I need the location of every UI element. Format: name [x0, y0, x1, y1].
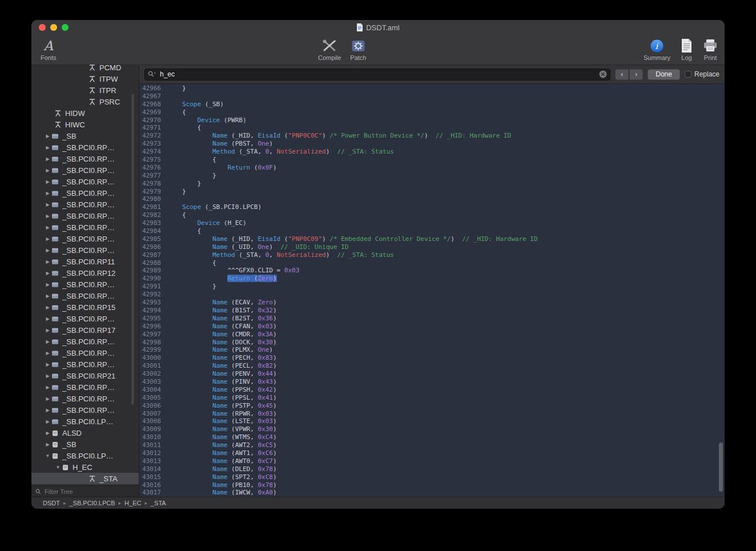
- print-button[interactable]: Print: [703, 38, 718, 61]
- disclosure-triangle-icon[interactable]: ▶: [44, 373, 51, 379]
- disclosure-triangle-icon[interactable]: ▶: [44, 225, 51, 230]
- disclosure-triangle-icon[interactable]: ▶: [44, 385, 51, 390]
- code-line[interactable]: 42987 Method (_STA, 0, NotSerialized) //…: [139, 251, 725, 259]
- code-line[interactable]: 43009 Name (VPWR, 0x30): [139, 425, 725, 433]
- code-line[interactable]: 42996 Name (CFAN, 0x03): [139, 323, 725, 331]
- disclosure-triangle-icon[interactable]: ▼: [44, 453, 51, 459]
- tree-item-_sb-pci0-rp[interactable]: ▶_SB.PCI0.RP…: [31, 313, 139, 324]
- disclosure-triangle-icon[interactable]: ▶: [44, 396, 51, 401]
- code-line[interactable]: 42988 {: [139, 259, 725, 267]
- code-line[interactable]: 42966}: [139, 85, 725, 92]
- tree-item-_sb-pci0-rp[interactable]: ▶_SB.PCI0.RP…: [31, 164, 139, 176]
- disclosure-triangle-icon[interactable]: ▶: [44, 191, 51, 196]
- disclosure-triangle-icon[interactable]: ▶: [44, 248, 51, 253]
- breadcrumb-item[interactable]: H_EC: [124, 500, 141, 506]
- compile-button[interactable]: Compile: [318, 38, 341, 61]
- tree-item-_sb-pci0-rp[interactable]: ▶_SB.PCI0.RP…: [31, 187, 139, 199]
- code-line[interactable]: 42974 Method (_STA, 0, NotSerialized) //…: [139, 148, 725, 156]
- find-field[interactable]: [144, 69, 610, 81]
- code-line[interactable]: 42968Scope (_SB): [139, 100, 725, 108]
- tree-item-psrc[interactable]: PSRC: [31, 96, 139, 107]
- disclosure-triangle-icon[interactable]: ▶: [44, 328, 51, 333]
- tree-item-_sta[interactable]: _STA: [31, 473, 139, 484]
- code-line[interactable]: 42986 Name (_UID, One) // _UID: Unique I…: [139, 243, 725, 251]
- tree-item-_sb-pci0-rp[interactable]: ▶_SB.PCI0.RP…: [31, 199, 139, 210]
- code-line[interactable]: 42979}: [139, 188, 725, 196]
- code-line[interactable]: 42973 Name (PBST, One): [139, 140, 725, 148]
- find-input[interactable]: [159, 70, 597, 79]
- code-line[interactable]: 42998 Name (DOCK, 0x30): [139, 339, 725, 347]
- disclosure-triangle-icon[interactable]: ▶: [44, 431, 51, 436]
- disclosure-triangle-icon[interactable]: ▶: [44, 202, 51, 207]
- disclosure-triangle-icon[interactable]: ▶: [44, 442, 51, 447]
- close-button[interactable]: [39, 24, 46, 31]
- disclosure-triangle-icon[interactable]: ▶: [44, 419, 51, 424]
- code-line[interactable]: 43016 Name (PB10, 0x78): [139, 481, 725, 489]
- tree-item-pcmd[interactable]: PCMD: [31, 62, 139, 73]
- tree-item-_sb-pci0-rp[interactable]: ▶_SB.PCI0.RP…: [31, 279, 139, 290]
- minimize-button[interactable]: [50, 24, 57, 31]
- code-line[interactable]: 43010 Name (WTMS, 0xC4): [139, 433, 725, 441]
- summary-button[interactable]: i Summary: [644, 38, 670, 61]
- patch-button[interactable]: Patch: [350, 38, 366, 61]
- search-scope-icon[interactable]: [148, 69, 156, 79]
- tree-item-_sb-pci0-rp[interactable]: ▶_SB.PCI0.RP…: [31, 142, 139, 153]
- tree-item-_sb-pci0-rp12[interactable]: ▶_SB.PCI0.RP12: [31, 267, 139, 279]
- disclosure-triangle-icon[interactable]: ▶: [44, 145, 51, 150]
- code-line[interactable]: 43017 Name (IWCW, 0xA0): [139, 489, 725, 497]
- tree-item-hidw[interactable]: HIDW: [31, 107, 139, 119]
- code-line[interactable]: 43012 Name (AWT1, 0xC6): [139, 449, 725, 457]
- tree-item-_sb-pci0-rp[interactable]: ▶_SB.PCI0.RP…: [31, 210, 139, 222]
- tree-item-_sb-pci0-rp[interactable]: ▶_SB.PCI0.RP…: [31, 359, 139, 370]
- code-line[interactable]: 42978 }: [139, 180, 725, 188]
- code-line[interactable]: 42975 {: [139, 156, 725, 164]
- tree-item-_sb-pci0-lp[interactable]: ▼_SB.PCI0.LP…: [31, 450, 139, 461]
- disclosure-triangle-icon[interactable]: ▶: [44, 236, 51, 242]
- code-line[interactable]: 42976 Return (0x0F): [139, 164, 725, 172]
- code-line[interactable]: 43014 Name (DLED, 0x78): [139, 465, 725, 473]
- disclosure-triangle-icon[interactable]: ▶: [44, 168, 51, 173]
- code-line[interactable]: 43004 Name (PPSH, 0x42): [139, 386, 725, 394]
- zoom-button[interactable]: [62, 24, 69, 31]
- code-line[interactable]: 42989 ^^^GFX0.CLID = 0x03: [139, 267, 725, 275]
- log-button[interactable]: Log: [681, 38, 693, 61]
- code-line[interactable]: 42999 Name (PLMX, One): [139, 346, 725, 354]
- code-line[interactable]: 43005 Name (PPSL, 0x41): [139, 394, 725, 402]
- code-line[interactable]: 43003 Name (PINV, 0x43): [139, 378, 725, 386]
- find-previous-button[interactable]: ‹: [615, 69, 629, 80]
- tree-item-_sb[interactable]: ▶_SB: [31, 130, 139, 142]
- code-line[interactable]: 43001 Name (PECL, 0x82): [139, 362, 725, 370]
- code-editor[interactable]: 42966}4296742968Scope (_SB)42969{42970 D…: [139, 84, 725, 497]
- fonts-button[interactable]: A Fonts: [41, 38, 57, 61]
- code-line[interactable]: 42971 {: [139, 124, 725, 132]
- code-line[interactable]: 42972 Name (_HID, EisaId ("PNP0C0C") /* …: [139, 132, 725, 140]
- titlebar[interactable]: DSDT.aml: [31, 20, 725, 35]
- tree-item-_sb-pci0-rp[interactable]: ▶_SB.PCI0.RP…: [31, 404, 139, 416]
- code-line[interactable]: 42985 Name (_HID, EisaId ("PNP0C09") /* …: [139, 235, 725, 243]
- disclosure-triangle-icon[interactable]: ▶: [44, 214, 51, 219]
- code-line[interactable]: 42982{: [139, 211, 725, 219]
- code-line[interactable]: 42994 Name (B1ST, 0x32): [139, 307, 725, 315]
- code-line[interactable]: 43000 Name (PECH, 0x83): [139, 354, 725, 362]
- tree-item-_sb-pci0-rp[interactable]: ▶_SB.PCI0.RP…: [31, 290, 139, 301]
- disclosure-triangle-icon[interactable]: ▶: [44, 339, 51, 344]
- disclosure-triangle-icon[interactable]: ▶: [44, 179, 51, 184]
- disclosure-triangle-icon[interactable]: ▶: [44, 134, 51, 139]
- tree-item-h_ec[interactable]: ▼H_EC: [31, 461, 139, 473]
- disclosure-triangle-icon[interactable]: ▶: [44, 351, 51, 356]
- filter-tree-input[interactable]: [43, 488, 135, 496]
- tree-item-_sb-pci0-rp[interactable]: ▶_SB.PCI0.RP…: [31, 347, 139, 359]
- code-line[interactable]: 42984 {: [139, 227, 725, 235]
- done-button[interactable]: Done: [648, 69, 680, 80]
- tree-item-_sb-pci0-rp11[interactable]: ▶_SB.PCI0.RP11: [31, 256, 139, 267]
- tree-item-_sb-pci0-lp[interactable]: ▶_SB.PCI0.LP…: [31, 416, 139, 427]
- code-line[interactable]: 42969{: [139, 108, 725, 116]
- code-line[interactable]: 42970 Device (PWRB): [139, 116, 725, 124]
- disclosure-triangle-icon[interactable]: ▶: [44, 259, 51, 264]
- tree-item-itpw[interactable]: ITPW: [31, 73, 139, 85]
- tree-item-_sb-pci0-rp[interactable]: ▶_SB.PCI0.RP…: [31, 393, 139, 404]
- tree-item-_sb-pci0-rp[interactable]: ▶_SB.PCI0.RP…: [31, 233, 139, 244]
- code-line[interactable]: 43013 Name (AWT0, 0xC7): [139, 457, 725, 465]
- code-line[interactable]: 42980: [139, 195, 725, 203]
- breadcrumb-item[interactable]: DSDT: [43, 500, 60, 506]
